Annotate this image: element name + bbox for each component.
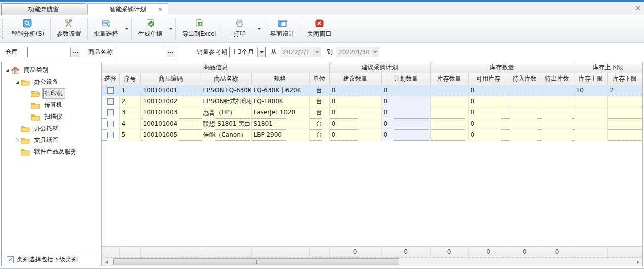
grid-cell[interactable]: LBP 2900 (251, 129, 309, 140)
row-checkbox[interactable] (107, 121, 114, 127)
grid-cell[interactable] (509, 129, 541, 140)
scroll-right-icon[interactable] (635, 259, 641, 265)
grid-cell[interactable] (102, 129, 119, 140)
grid-cell[interactable]: 5 (119, 129, 140, 140)
panel-close-icon[interactable]: × (635, 4, 641, 12)
ui-design-button[interactable]: 界面设计 (265, 15, 300, 42)
row-checkbox[interactable] (107, 132, 114, 138)
grid-cell[interactable] (541, 85, 574, 96)
grid-cell[interactable]: 0 (381, 107, 430, 118)
scrollbar-thumb[interactable] (113, 258, 399, 265)
col-header-name[interactable]: 商品名称 (201, 73, 251, 85)
grid-cell[interactable] (509, 118, 541, 129)
grid-cell[interactable]: 0 (381, 85, 430, 96)
tree-expanded-icon[interactable] (4, 67, 11, 74)
grid-cell[interactable]: 联想 S1801 黑白 (201, 118, 251, 129)
grid-cell[interactable] (541, 96, 574, 107)
col-header-suggest-qty[interactable]: 建议数量 (329, 73, 381, 85)
chevron-down-icon[interactable] (257, 47, 265, 57)
toolbar-grip[interactable] (2, 19, 3, 39)
grid-cell[interactable]: 2 (119, 96, 140, 107)
tree-expanded-icon[interactable] (14, 79, 21, 86)
grid-cell[interactable]: 0 (468, 129, 509, 140)
tree-item-printer[interactable]: 打印机 (2, 88, 98, 99)
tree-item-fax-machine[interactable]: 传真机 (2, 99, 98, 111)
grid-cell[interactable] (607, 96, 642, 107)
grid-cell[interactable]: 100101001 (140, 85, 201, 96)
grid-cell[interactable] (541, 118, 574, 129)
table-row[interactable]: 2 100101002 EPSON针式打印机 LQ-1800K 台 0 0 0 (102, 96, 642, 107)
product-name-input[interactable] (117, 47, 166, 57)
grid-cell[interactable]: 0 (329, 107, 381, 118)
tab-close-icon[interactable]: × (158, 4, 163, 15)
grid-cell[interactable]: LQ-1800K (251, 96, 309, 107)
grid-cell[interactable] (574, 129, 607, 140)
grid-cell[interactable]: LQ-630K | 620K (251, 85, 309, 96)
tree-item-office-equipment[interactable]: 办公设备 (2, 76, 98, 88)
smart-analysis-button[interactable]: 智能分析(S) (6, 15, 49, 42)
col-header-available-stock[interactable]: 可用库存 (468, 73, 509, 85)
grid-cell[interactable]: 0 (468, 107, 509, 118)
col-header-select[interactable]: 选择 (102, 73, 119, 85)
tree-item-stationery[interactable]: 文具纸笔 (2, 134, 98, 146)
col-header-lower-limit[interactable]: 库存下限 (607, 73, 642, 85)
grid-cell[interactable] (430, 129, 468, 140)
tab-smart-purchase-plan[interactable]: 智能采购计划 × (87, 3, 168, 15)
grid-cell[interactable] (509, 96, 541, 107)
print-dropdown-icon[interactable] (256, 15, 263, 42)
tree-item-software-products[interactable]: 软件产品及服务 (2, 146, 98, 158)
generate-document-dropdown-icon[interactable] (167, 15, 174, 42)
grid-cell[interactable]: 台 (309, 96, 329, 107)
row-checkbox[interactable] (107, 98, 114, 105)
grid-cell[interactable]: S1801 (251, 118, 309, 129)
scroll-left-icon[interactable] (103, 259, 110, 265)
batch-select-button[interactable]: 批量选择 (89, 15, 123, 42)
period-combobox[interactable]: 上3个月 (229, 47, 266, 57)
tree-item-product-category[interactable]: 商品类别 (2, 64, 98, 76)
col-header-stock-qty[interactable]: 库存数量 (430, 73, 468, 85)
grid-cell[interactable]: 2 (607, 85, 642, 96)
grid-cell[interactable]: 0 (468, 118, 509, 129)
grid-cell[interactable] (541, 129, 574, 140)
grid-cell[interactable]: 0 (381, 129, 430, 140)
grid-cell[interactable]: 0 (329, 129, 381, 140)
grid-cell[interactable] (574, 118, 607, 129)
grid-cell[interactable] (430, 96, 468, 107)
col-header-seq[interactable]: 序号 (119, 73, 140, 85)
col-header-code[interactable]: 商品编码 (140, 73, 201, 85)
grid-cell[interactable] (430, 118, 468, 129)
grid-cell[interactable]: 0 (468, 96, 509, 107)
grid-cell[interactable]: 100101003 (140, 107, 201, 118)
table-row[interactable]: 4 100101004 联想 S1801 黑白 S1801 台 0 0 0 (102, 118, 642, 129)
parameter-settings-button[interactable]: 参数设置 (52, 15, 86, 42)
col-header-spec[interactable]: 规格 (251, 73, 309, 85)
table-row[interactable]: 1 100101001 EPSON LQ-630K LQ-630K | 620K… (102, 85, 642, 96)
grid-cell[interactable]: 0 (468, 85, 509, 96)
grid-cell[interactable] (541, 107, 574, 118)
grid-cell[interactable]: 台 (309, 129, 329, 140)
grid-cell[interactable] (509, 107, 541, 118)
grid-cell[interactable]: EPSON针式打印机 (201, 96, 251, 107)
grid-cell[interactable]: 100101002 (140, 96, 201, 107)
grid-cell[interactable] (607, 118, 642, 129)
row-checkbox[interactable] (107, 109, 114, 116)
tree-item-scanner[interactable]: 扫描仪 (2, 111, 98, 123)
include-subcategories-checkbox[interactable]: ✓ (7, 256, 14, 263)
grid-cell[interactable]: 100101004 (140, 118, 201, 129)
grid-cell[interactable]: 4 (119, 118, 140, 129)
grid-cell[interactable]: 10 (574, 85, 607, 96)
grid-cell[interactable] (574, 107, 607, 118)
grid-cell[interactable] (102, 107, 119, 118)
col-header-outbound-qty[interactable]: 待出库数 (541, 73, 574, 85)
warehouse-lookup-button[interactable]: … (70, 47, 80, 57)
grid-cell[interactable] (607, 129, 642, 140)
grid-cell[interactable] (509, 85, 541, 96)
grid-cell[interactable]: 佳能（Canon） (201, 129, 251, 140)
grid-cell[interactable] (102, 85, 119, 96)
print-button[interactable]: 打印 (224, 15, 256, 42)
row-checkbox[interactable] (107, 87, 114, 94)
col-header-plan-qty[interactable]: 计划数量 (381, 73, 430, 85)
grid-cell[interactable]: EPSON LQ-630K (201, 85, 251, 96)
batch-select-dropdown-icon[interactable] (123, 15, 130, 42)
grid-cell[interactable] (102, 118, 119, 129)
